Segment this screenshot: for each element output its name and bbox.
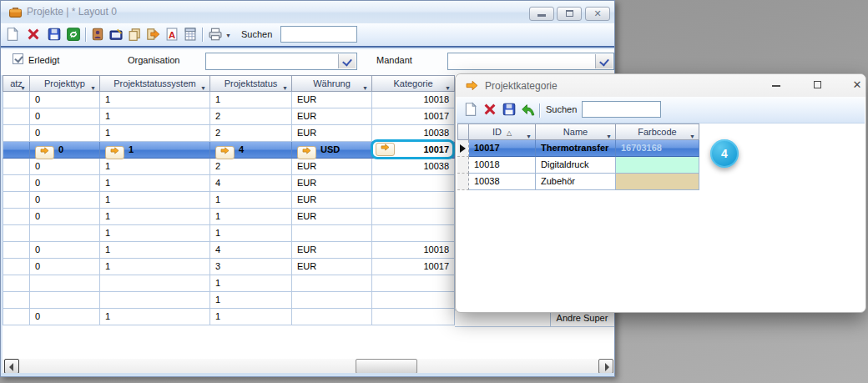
table-cell[interactable]: [30, 225, 100, 242]
table-cell[interactable]: 1: [210, 192, 292, 209]
table-cell[interactable]: 10018: [469, 157, 536, 174]
new-document-icon[interactable]: [463, 102, 478, 117]
table-cell[interactable]: [292, 275, 372, 292]
maximize-button[interactable]: [557, 7, 582, 21]
table-cell[interactable]: [3, 142, 30, 159]
close-button[interactable]: ✕: [848, 78, 866, 93]
column-header[interactable]: Projektstatussystem▼: [100, 75, 210, 92]
table-cell[interactable]: [292, 292, 372, 309]
table-cell[interactable]: 0: [30, 309, 100, 325]
table-cell[interactable]: [616, 174, 699, 190]
table-row[interactable]: 1: [3, 275, 455, 292]
table-cell[interactable]: [372, 292, 455, 309]
table-cell[interactable]: EUR: [292, 192, 372, 209]
table-cell[interactable]: [3, 108, 30, 125]
maximize-button[interactable]: [808, 78, 826, 93]
table-cell[interactable]: 1: [100, 175, 210, 192]
journal-icon[interactable]: [108, 27, 124, 42]
table-cell[interactable]: [372, 192, 455, 209]
active-cell-highlight[interactable]: 10017: [371, 139, 455, 159]
table-cell[interactable]: [372, 309, 455, 325]
table-cell[interactable]: 10018: [372, 92, 455, 108]
table-cell[interactable]: 1: [100, 209, 210, 225]
mandant-combo-button[interactable]: [595, 54, 613, 68]
column-header[interactable]: Währung▼: [292, 75, 372, 92]
table-cell[interactable]: [372, 225, 455, 242]
table-cell[interactable]: [30, 275, 100, 292]
table-row[interactable]: 014EUR: [3, 175, 455, 192]
table-cell[interactable]: EUR: [292, 259, 372, 275]
table-cell[interactable]: [292, 225, 372, 242]
table-cell[interactable]: Digitaldruck: [536, 157, 616, 174]
organisation-combo[interactable]: [205, 53, 357, 70]
table-cell[interactable]: 0: [30, 175, 100, 192]
table-cell[interactable]: [3, 292, 30, 309]
delete-icon[interactable]: [26, 27, 41, 42]
table-row[interactable]: 10038Zubehör: [457, 174, 699, 190]
column-header[interactable]: ID△▼: [469, 123, 536, 140]
erledigt-checkbox[interactable]: [13, 53, 23, 64]
calculator-icon[interactable]: [183, 27, 198, 42]
table-cell[interactable]: 4: [210, 242, 292, 259]
copy-icon[interactable]: [127, 27, 142, 42]
table-row[interactable]: 10017Thermotransfer16703168: [457, 140, 699, 157]
table-cell[interactable]: EUR: [292, 159, 372, 175]
table-row[interactable]: 012EUR10038: [3, 159, 455, 175]
table-cell[interactable]: [372, 275, 455, 292]
table-cell[interactable]: 0: [30, 108, 100, 125]
table-cell[interactable]: [3, 225, 30, 242]
table-cell[interactable]: 4: [210, 142, 292, 159]
table-cell[interactable]: USD: [292, 142, 372, 159]
table-cell[interactable]: 10017: [372, 259, 455, 275]
organisation-combo-button[interactable]: [338, 54, 356, 68]
table-cell[interactable]: [3, 92, 30, 108]
nav-arrow-button[interactable]: [105, 146, 124, 159]
table-cell[interactable]: 1: [100, 259, 210, 275]
table-cell[interactable]: 1: [100, 309, 210, 325]
table-cell[interactable]: 10018: [372, 242, 455, 259]
refresh-icon[interactable]: [66, 27, 81, 42]
table-cell[interactable]: 2: [210, 159, 292, 175]
table-cell[interactable]: [3, 259, 30, 275]
table-cell[interactable]: EUR: [292, 92, 372, 108]
table-row[interactable]: 012EUR10017: [3, 108, 455, 125]
scrollbar-thumb[interactable]: [356, 359, 417, 374]
scroll-left-button[interactable]: [4, 359, 19, 374]
table-cell[interactable]: 1: [100, 142, 210, 159]
table-cell[interactable]: 0: [30, 242, 100, 259]
table-cell[interactable]: 0: [30, 92, 100, 108]
column-header[interactable]: Name▼: [536, 123, 616, 140]
table-row[interactable]: 014EUR10018: [3, 242, 455, 259]
table-cell[interactable]: Thermotransfer: [536, 140, 616, 157]
table-cell[interactable]: 10038: [372, 159, 455, 175]
table-cell[interactable]: 1: [100, 225, 210, 242]
table-cell[interactable]: [30, 292, 100, 309]
column-header[interactable]: atz▼: [3, 75, 30, 92]
title-bar[interactable]: Projekte | * Layout 0 ✕: [1, 1, 614, 23]
table-cell[interactable]: 10017: [372, 142, 455, 159]
table-cell[interactable]: [292, 309, 372, 325]
horizontal-scrollbar[interactable]: [3, 359, 614, 374]
table-cell[interactable]: 10017: [372, 108, 455, 125]
table-row[interactable]: 1: [3, 292, 455, 309]
close-button[interactable]: ✕: [585, 7, 610, 21]
table-row[interactable]: 10018Digitaldruck: [457, 157, 699, 174]
table-cell[interactable]: 1: [100, 159, 210, 175]
delete-icon[interactable]: [482, 102, 497, 117]
table-cell[interactable]: [100, 292, 210, 309]
table-cell[interactable]: 0: [30, 142, 100, 159]
table-cell[interactable]: 10038: [469, 174, 536, 190]
table-cell[interactable]: EUR: [292, 209, 372, 225]
print-icon[interactable]: [208, 27, 223, 42]
table-cell[interactable]: 0: [30, 159, 100, 175]
table-cell[interactable]: [3, 192, 30, 209]
table-cell[interactable]: 4: [210, 175, 292, 192]
table-cell[interactable]: [3, 242, 30, 259]
table-cell[interactable]: EUR: [292, 175, 372, 192]
table-cell[interactable]: [3, 209, 30, 225]
table-cell[interactable]: 1: [100, 108, 210, 125]
nav-arrow-button[interactable]: [215, 146, 235, 159]
table-cell[interactable]: 1: [100, 125, 210, 142]
table-row[interactable]: 11: [3, 225, 455, 242]
save-icon[interactable]: [47, 27, 62, 42]
